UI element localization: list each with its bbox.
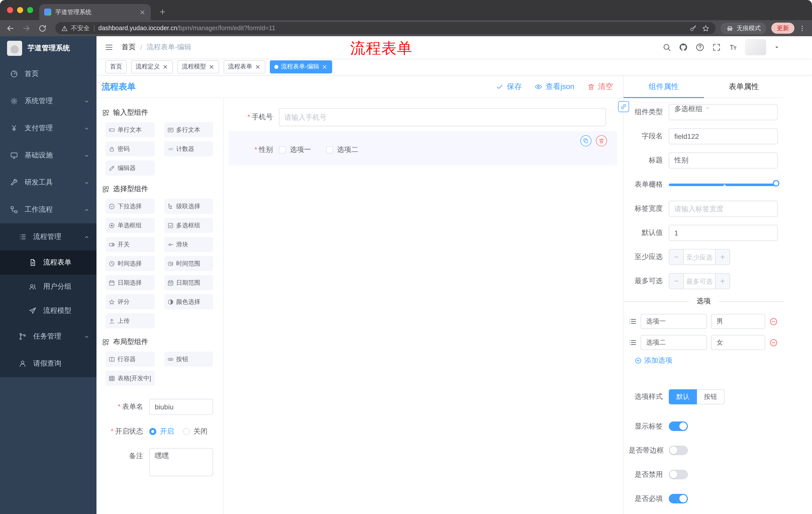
reload-button[interactable] — [38, 24, 47, 32]
github-icon[interactable] — [679, 43, 688, 52]
option-1-name-input[interactable] — [641, 314, 707, 329]
sidebar-item-payment[interactable]: 支付管理 — [0, 115, 96, 142]
canvas-field-gender-selected[interactable]: *性别 选项一 选项二 — [229, 131, 617, 165]
drag-handle-icon[interactable] — [629, 317, 637, 325]
remove-option-icon[interactable] — [769, 338, 778, 347]
breadcrumb-home[interactable]: 首页 — [122, 43, 136, 52]
palette-item-switch[interactable]: 开关 — [106, 237, 154, 252]
close-icon[interactable] — [322, 64, 328, 70]
status-radio-on[interactable]: 开启 — [149, 427, 174, 436]
palette-item-cascader[interactable]: 级联选择 — [164, 199, 213, 214]
palette-item-table[interactable]: 表格[开发中] — [106, 371, 154, 386]
window-zoom-button[interactable] — [27, 7, 33, 13]
border-switch[interactable] — [669, 445, 688, 455]
palette-item-button[interactable]: 按钮 — [164, 352, 213, 367]
user-avatar[interactable] — [745, 39, 766, 55]
option-2-name-input[interactable] — [641, 335, 707, 350]
view-json-button[interactable]: 查看json — [535, 82, 574, 91]
palette-item-counter[interactable]: 123计数器 — [164, 141, 213, 156]
default-value-input[interactable] — [669, 225, 778, 241]
palette-item-editor[interactable]: 编辑器 — [106, 160, 154, 175]
palette-item-rate[interactable]: 评分 — [106, 294, 154, 309]
tab-component-props[interactable]: 组件属性 — [624, 76, 704, 98]
disabled-switch[interactable] — [669, 470, 688, 479]
decrease-button[interactable] — [669, 274, 684, 289]
tab-form-props[interactable]: 表单属性 — [704, 76, 784, 98]
sidebar-item-infra[interactable]: 基础设施 — [0, 142, 96, 169]
window-minimize-button[interactable] — [17, 7, 23, 13]
slider-knob[interactable] — [773, 180, 779, 187]
style-button-button[interactable]: 按钮 — [697, 389, 725, 404]
max-select-input[interactable] — [684, 274, 716, 289]
palette-item-time-range[interactable]: 时间范围 — [164, 256, 213, 271]
status-radio-off[interactable]: 关闭 — [183, 427, 207, 436]
sidebar-item-devtools[interactable]: 研发工具 — [0, 169, 96, 196]
title-input[interactable] — [669, 153, 778, 168]
sidebar-item-leave-query[interactable]: 请假查询 — [0, 350, 96, 377]
palette-item-textarea[interactable]: 多行文本 — [164, 122, 213, 137]
tag-view-2[interactable]: 流程模型 — [177, 60, 219, 73]
update-button[interactable]: 更新 — [771, 23, 794, 34]
sidebar-toggle-icon[interactable] — [105, 43, 114, 52]
sidebar-item-workflow[interactable]: 工作流程 — [0, 196, 96, 223]
user-menu-caret-icon[interactable] — [774, 44, 780, 50]
palette-item-lock[interactable]: 密码 — [106, 141, 154, 156]
fullscreen-icon[interactable] — [712, 43, 721, 52]
style-default-button[interactable]: 默认 — [669, 389, 697, 404]
sidebar-item-user-group[interactable]: 用户分组 — [0, 275, 96, 299]
palette-item-color[interactable]: 颜色选择 — [164, 294, 213, 309]
palette-item-date-range[interactable]: 日期范围 — [164, 275, 213, 290]
label-width-input[interactable] — [669, 201, 778, 217]
palette-item-slider[interactable]: 滑块 — [164, 237, 213, 252]
password-key-icon[interactable] — [689, 24, 697, 32]
gender-option-2-checkbox[interactable]: 选项二 — [326, 145, 358, 154]
bookmark-star-icon[interactable] — [702, 24, 709, 32]
drag-handle-icon[interactable] — [629, 339, 637, 347]
palette-item-date[interactable]: 日期选择 — [106, 275, 154, 290]
option-1-value-input[interactable] — [711, 314, 765, 329]
tab-close-icon[interactable] — [139, 9, 146, 15]
app-logo[interactable]: 芋道管理系统 — [0, 36, 96, 60]
required-switch[interactable] — [669, 494, 688, 504]
save-button[interactable]: 保存 — [496, 82, 522, 91]
font-size-icon[interactable] — [729, 43, 737, 52]
tag-view-0[interactable]: 首页 — [106, 60, 127, 73]
copy-component-button[interactable] — [580, 135, 591, 146]
canvas-field-phone[interactable]: *手机号 — [229, 108, 617, 126]
decrease-button[interactable] — [669, 249, 684, 265]
form-remark-textarea[interactable]: 嘿嘿 — [149, 448, 213, 476]
palette-item-input[interactable]: 单行文本 — [106, 122, 154, 137]
address-bar[interactable]: 不安全 dashboard.yudao.iocoder.cn/bpm/manag… — [55, 22, 716, 34]
increase-button[interactable] — [716, 274, 730, 289]
tag-view-4[interactable]: 流程表单-编辑 — [270, 60, 332, 73]
search-icon[interactable] — [662, 43, 671, 52]
increase-button[interactable] — [716, 249, 730, 265]
show-label-switch[interactable] — [669, 422, 688, 431]
add-option-button[interactable]: 添加选项 — [635, 356, 672, 365]
sidebar-item-home[interactable]: 首页 — [0, 60, 96, 87]
palette-item-checkbox[interactable]: 多选框组 — [164, 218, 213, 233]
palette-item-select[interactable]: 下拉选择 — [106, 199, 154, 214]
tag-view-1[interactable]: 流程定义 — [131, 60, 173, 73]
option-2-value-input[interactable] — [711, 335, 765, 350]
security-warning-icon[interactable] — [61, 25, 68, 31]
component-type-select[interactable]: 多选框组 — [669, 104, 778, 120]
field-name-input[interactable] — [669, 128, 778, 144]
min-select-input[interactable] — [684, 249, 716, 265]
sidebar-item-task-mgmt[interactable]: 任务管理 — [0, 323, 96, 350]
close-icon[interactable] — [162, 64, 168, 70]
back-button[interactable] — [6, 24, 14, 32]
clear-button[interactable]: 清空 — [587, 82, 613, 91]
forward-button[interactable] — [22, 24, 31, 32]
help-icon[interactable] — [695, 43, 704, 52]
form-name-input[interactable] — [149, 399, 213, 415]
form-canvas[interactable]: *手机号 *性别 选项一 — [224, 98, 623, 514]
grid-slider[interactable] — [669, 177, 778, 193]
palette-item-upload[interactable]: 上传 — [106, 313, 154, 328]
browser-tab[interactable]: 芋道管理系统 — [39, 4, 151, 20]
close-icon[interactable] — [255, 64, 261, 70]
palette-item-time[interactable]: 时间选择 — [106, 256, 154, 271]
tag-view-3[interactable]: 流程表单 — [224, 60, 265, 73]
doc-link-icon[interactable] — [618, 101, 629, 112]
remove-option-icon[interactable] — [769, 317, 778, 326]
